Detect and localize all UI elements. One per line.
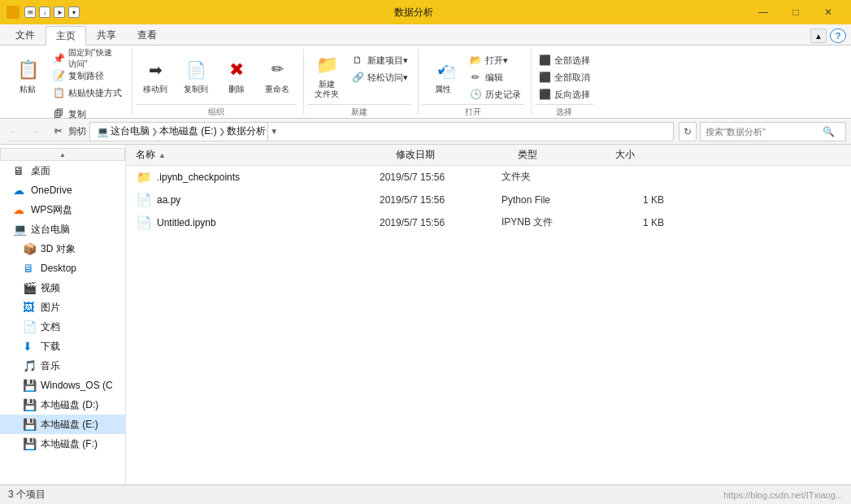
properties-button[interactable]: ✔ 📄 属性: [422, 49, 464, 102]
tab-view[interactable]: 查看: [127, 25, 167, 45]
delete-button[interactable]: ✖ 删除: [217, 49, 256, 102]
file-type-aa-py: Python File: [501, 194, 599, 206]
sidebar-item-documents[interactable]: 📄 文档: [0, 317, 125, 337]
col-header-date[interactable]: 修改日期: [396, 148, 518, 162]
sidebar-item-disk-e[interactable]: 💾 本地磁盘 (E:): [0, 415, 125, 434]
back-button[interactable]: ←: [5, 123, 23, 141]
file-date-aa-py: 2019/5/7 15:56: [380, 194, 501, 206]
sidebar-item-desktop[interactable]: 🖥 桌面: [0, 161, 125, 180]
sidebar-item-pc-desktop[interactable]: 🖥 Desktop: [0, 259, 125, 278]
paste-shortcut-button[interactable]: 📋 粘贴快捷方式: [49, 85, 125, 101]
move-to-button[interactable]: ➡ 移动到: [136, 49, 175, 102]
easy-access-button[interactable]: 🔗 轻松访问▾: [348, 69, 411, 85]
select-all-button[interactable]: ⬛ 全部选择: [535, 52, 593, 68]
search-icon[interactable]: 🔍: [823, 126, 835, 137]
col-header-name[interactable]: 名称 ▲: [136, 148, 396, 162]
path-dropdown-button[interactable]: ▼: [267, 122, 280, 141]
sidebar-item-3d-objects[interactable]: 📦 3D 对象: [0, 239, 125, 259]
select-small-col: ⬛ 全部选择 ⬛ 全部取消 ⬛ 反向选择: [535, 49, 593, 102]
videos-icon: 🎬: [23, 281, 36, 294]
table-row[interactable]: 📁 .ipynb_checkpoints 2019/5/7 15:56 文件夹: [126, 166, 851, 189]
minimize-button[interactable]: —: [747, 0, 779, 24]
pin-button[interactable]: 📌 固定到"快速访问": [49, 50, 125, 67]
maximize-button[interactable]: □: [779, 0, 812, 24]
downloads-icon: ⬇: [23, 340, 36, 353]
sidebar-item-videos[interactable]: 🎬 视频: [0, 278, 125, 298]
sidebar: ▲ 🖥 桌面 ☁ OneDrive ☁ WPS网盘 💻 这台电脑 📦 3D 对象…: [0, 145, 126, 484]
sidebar-item-disk-f[interactable]: 💾 本地磁盘 (F:): [0, 434, 125, 454]
tab-file[interactable]: 文件: [5, 25, 46, 45]
file-name-ipynb-checkpoints: 📁 .ipynb_checkpoints: [136, 169, 380, 185]
sidebar-item-windows-os[interactable]: 💾 Windows_OS (C: [0, 376, 125, 395]
search-box[interactable]: 🔍: [700, 122, 846, 141]
window-title: 数据分析: [394, 6, 433, 20]
ipynb-file-icon: 📄: [136, 215, 152, 231]
new-folder-button[interactable]: 📁 新建文件夹: [307, 49, 346, 102]
rename-icon: ✏: [264, 57, 290, 83]
col-header-type[interactable]: 类型: [518, 148, 615, 162]
new-item-button[interactable]: 🗋 新建项目▾: [348, 52, 411, 68]
customize-quick-btn[interactable]: ▾: [68, 7, 80, 18]
quick-btn-3[interactable]: ➤: [54, 7, 65, 18]
address-bar[interactable]: 💻 这台电脑 ❯ 本地磁盘 (E:) ❯ 数据分析 ▼: [89, 122, 674, 141]
sort-arrow: ▲: [158, 151, 166, 159]
select-group-content: ⬛ 全部选择 ⬛ 全部取消 ⬛ 反向选择: [535, 49, 593, 102]
paste-shortcut-icon: 📋: [52, 86, 65, 99]
copy-icon: 🗐: [52, 107, 65, 120]
new-group-label: 新建: [307, 104, 411, 118]
edit-button[interactable]: ✏ 编辑: [466, 69, 524, 85]
tab-share[interactable]: 共享: [86, 25, 127, 45]
ribbon-help-button[interactable]: ?: [830, 28, 846, 43]
folder-icon: 📁: [136, 169, 152, 185]
organize-group-content: ➡ 移动到 📄 复制到 ✖ 删除 ✏ 重命名: [136, 49, 297, 102]
history-button[interactable]: 🕒 历史记录: [466, 86, 524, 102]
rename-button[interactable]: ✏ 重命名: [258, 49, 297, 102]
up-button[interactable]: ↑: [68, 123, 86, 141]
path-local-disk-e[interactable]: 本地磁盘 (E:): [159, 124, 217, 138]
copy-to-button[interactable]: 📄 复制到: [176, 49, 215, 102]
path-this-pc[interactable]: 💻 这台电脑: [97, 124, 150, 138]
open-icon: 📂: [469, 54, 482, 67]
tab-home[interactable]: 主页: [46, 26, 86, 46]
path-arrow-2: ❯: [219, 127, 225, 136]
window-controls: — □ ✕: [747, 0, 844, 24]
refresh-button[interactable]: ↻: [679, 122, 697, 141]
local-disk-label: 本地磁盘 (E:): [159, 124, 217, 138]
forward-button[interactable]: →: [26, 123, 44, 141]
sidebar-item-onedrive[interactable]: ☁ OneDrive: [0, 180, 125, 200]
desktop-sidebar-icon: 🖥: [23, 262, 36, 275]
invert-selection-button[interactable]: ⬛ 反向选择: [535, 86, 593, 102]
new-item-icon: 🗋: [351, 54, 364, 67]
navigation-bar: ← → ▼ ↑ 💻 这台电脑 ❯ 本地磁盘 (E:) ❯ 数据分析 ▼ ↻ 🔍: [0, 119, 851, 145]
paste-button[interactable]: 📋 粘贴: [8, 49, 47, 102]
copy-path-button[interactable]: 📝 复制路径: [49, 67, 125, 84]
open-btn[interactable]: 📂 打开▾: [466, 52, 524, 68]
table-row[interactable]: 📄 aa.py 2019/5/7 15:56 Python File 1 KB: [126, 189, 851, 211]
path-data-analysis[interactable]: 数据分析: [227, 124, 266, 138]
sidebar-item-this-pc[interactable]: 💻 这台电脑: [0, 219, 125, 239]
ribbon-group-clipboard: 📋 粘贴 📌 固定到"快速访问" 📝 复制路径 📋 粘贴快捷方式: [5, 49, 132, 115]
recent-button[interactable]: ▼: [47, 123, 65, 141]
desktop-icon: 🖥: [13, 164, 26, 177]
table-row[interactable]: 📄 Untitled.ipynb 2019/5/7 15:56 IPYNB 文件…: [126, 211, 851, 234]
sidebar-item-pictures[interactable]: 🖼 图片: [0, 298, 125, 317]
sidebar-item-music[interactable]: 🎵 音乐: [0, 356, 125, 376]
sidebar-item-disk-d[interactable]: 💾 本地磁盘 (D:): [0, 395, 125, 415]
close-button[interactable]: ✕: [812, 0, 844, 24]
delete-icon: ✖: [224, 57, 250, 83]
search-input[interactable]: [706, 127, 819, 137]
title-bar: ✉ ↓ ➤ ▾ 数据分析 — □ ✕: [0, 0, 851, 24]
sidebar-item-downloads[interactable]: ⬇ 下载: [0, 337, 125, 356]
ribbon-collapse-button[interactable]: ▲: [810, 28, 827, 43]
sidebar-scroll-up[interactable]: ▲: [0, 148, 125, 161]
copy-label: 复制: [68, 108, 86, 120]
new-group-content: 📁 新建文件夹 🗋 新建项目▾ 🔗 轻松访问▾: [307, 49, 411, 102]
select-none-button[interactable]: ⬛ 全部取消: [535, 69, 593, 85]
sidebar-item-wps[interactable]: ☁ WPS网盘: [0, 200, 125, 219]
col-header-size[interactable]: 大小: [615, 148, 680, 162]
copy-button[interactable]: 🗐 复制: [49, 106, 125, 122]
onedrive-icon: ☁: [13, 184, 26, 197]
quick-btn-2[interactable]: ↓: [39, 7, 50, 18]
quick-btn-1[interactable]: ✉: [24, 7, 36, 18]
ribbon-tabs: 文件 主页 共享 查看 ▲ ?: [0, 24, 851, 46]
